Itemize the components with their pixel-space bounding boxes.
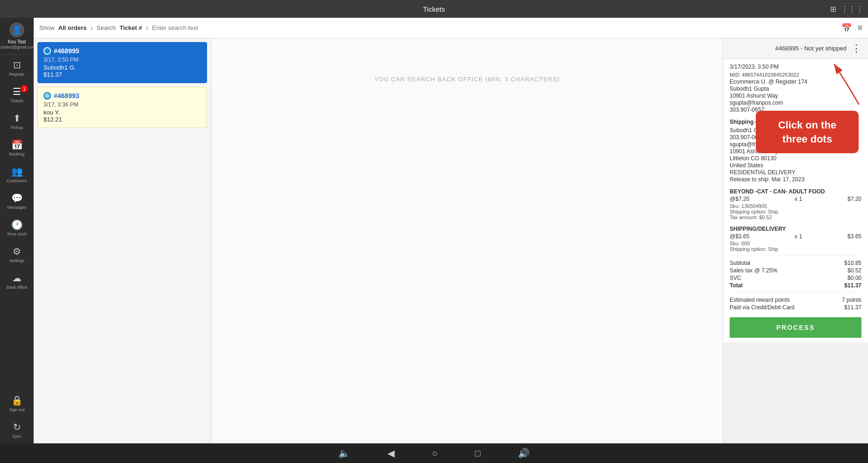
sidebar-user: 👤 Kou Test Koutest@gmail.com bbox=[0, 18, 34, 55]
detail-channel: Ecommerce U. @ Register 174 bbox=[730, 78, 861, 85]
detail-panel: 3/17/2023, 3:50 PM MID: 4865744101064525… bbox=[723, 59, 868, 342]
shipping-title: Shipping details: bbox=[730, 119, 861, 125]
tax-label: Sales tax @ 7.25% bbox=[730, 267, 777, 274]
subtotal-value: $10.85 bbox=[844, 260, 861, 266]
sidebar-item-register[interactable]: ⊡ Register bbox=[0, 55, 34, 81]
subtotal-label: Subtotal bbox=[730, 260, 750, 266]
sidebar-item-sync[interactable]: ↻ Sync bbox=[0, 417, 34, 443]
user-name: Kou Test bbox=[8, 39, 26, 45]
home-button[interactable]: ○ bbox=[432, 448, 438, 459]
product1-total: $7.20 bbox=[847, 196, 861, 202]
sidebar-item-booking[interactable]: 📅 Booking bbox=[0, 135, 34, 161]
three-dots-button[interactable]: ⋮ bbox=[851, 43, 861, 55]
sidebar-item-label: Tickets bbox=[10, 99, 23, 103]
sidebar-item-tickets[interactable]: ☰ Tickets 1 bbox=[0, 81, 34, 108]
content-row: 🌐 #468995 3/17, 3:50 PM Subodh1 G. $11.3… bbox=[34, 38, 868, 443]
signout-icon: 🔒 bbox=[11, 395, 23, 406]
filter-bar: Show All orders › Search Ticket # › 📅 ≡ bbox=[34, 18, 868, 38]
product2-total: $3.65 bbox=[847, 233, 861, 240]
order-number: #468995 bbox=[54, 47, 79, 55]
sidebar-item-customers[interactable]: 👥 Customers bbox=[0, 161, 34, 188]
sidebar-item-label: Settings bbox=[9, 258, 25, 263]
ship-phone: 303.907-0657 bbox=[730, 134, 861, 141]
grid-icon[interactable]: ⊞ bbox=[830, 5, 836, 14]
ship-city: Littleton CO 80130 bbox=[730, 155, 861, 162]
messages-icon: 💬 bbox=[11, 192, 23, 204]
detail-email: sgupta@franpos.com bbox=[730, 100, 861, 106]
app-title: Tickets bbox=[423, 5, 445, 13]
search-label: Search bbox=[97, 24, 116, 31]
order-time: 3/17, 3:50 PM bbox=[43, 57, 201, 63]
main-layout: 👤 Kou Test Koutest@gmail.com ⊡ Register … bbox=[0, 18, 868, 443]
svc-value: $0.00 bbox=[847, 275, 861, 281]
order-card-468995[interactable]: 🌐 #468995 3/17, 3:50 PM Subodh1 G. $11.3… bbox=[37, 42, 207, 83]
detail-mid: MID: 48657441010645253022 bbox=[730, 72, 861, 78]
search-by-label[interactable]: Ticket # bbox=[120, 24, 142, 31]
order-amount: $12.21 bbox=[43, 116, 201, 123]
tickets-badge: 1 bbox=[21, 85, 28, 93]
middle-panel: YOU CAN SEARCH BACK OFFICE (MIN. 3 CHARA… bbox=[211, 38, 723, 443]
detail-phone: 303.907-0657 bbox=[730, 107, 861, 113]
settings-icon: ⚙ bbox=[13, 246, 21, 257]
sidebar-item-messages[interactable]: 💬 Messages bbox=[0, 188, 34, 214]
product1-qty: x 1 bbox=[795, 196, 802, 202]
ship-name: Subodh1 Gupta bbox=[730, 127, 861, 134]
subtotal-row: Subtotal $10.85 bbox=[730, 260, 861, 266]
user-email: Koutest@gmail.com bbox=[0, 45, 36, 50]
product2-price: @$3.65 bbox=[730, 233, 749, 240]
product2-name: SHIPPING/DELIVERY bbox=[730, 226, 861, 232]
svc-row: SVC $0.00 bbox=[730, 275, 861, 281]
speaker-low-button[interactable]: 🔈 bbox=[338, 448, 350, 459]
sidebar-item-label: Sign out bbox=[9, 407, 24, 412]
product1-tax: Tax amount: $0.52 bbox=[730, 214, 861, 220]
sidebar-item-label: Register bbox=[9, 72, 25, 77]
chevron-right-icon: › bbox=[90, 24, 93, 32]
order-time: 3/17, 3:36 PM bbox=[43, 101, 201, 108]
content-area: Show All orders › Search Ticket # › 📅 ≡ … bbox=[34, 18, 868, 443]
sidebar-item-label: Customers bbox=[7, 178, 27, 183]
avatar: 👤 bbox=[9, 22, 24, 37]
sidebar-item-signout[interactable]: 🔒 Sign out bbox=[0, 390, 34, 417]
search-input[interactable] bbox=[152, 24, 838, 31]
total-label: Total bbox=[730, 282, 743, 289]
show-label: Show bbox=[39, 24, 55, 31]
sidebar-item-label: Sync bbox=[12, 434, 22, 439]
total-value: $11.37 bbox=[844, 282, 861, 289]
right-panel-wrapper: #468995 - Not yet shipped ⋮ 3/17/2023, 3… bbox=[723, 38, 868, 443]
detail-address: 10901 Ashurst Way bbox=[730, 93, 861, 99]
sidebar-item-label: Pickup bbox=[10, 125, 23, 130]
top-bar-icons: ⊞ ⋮⋮⋮ bbox=[830, 5, 863, 14]
sidebar-item-backoffice[interactable]: ☁ Back office bbox=[0, 268, 34, 294]
product2-sku: Sku: 000 bbox=[730, 241, 861, 246]
apps-icon[interactable]: ⋮⋮⋮ bbox=[841, 5, 863, 14]
sidebar-item-settings[interactable]: ⚙ Settings bbox=[0, 241, 34, 268]
sidebar-item-timeclock[interactable]: 🕐 Time clock bbox=[0, 214, 34, 241]
register-icon: ⊡ bbox=[13, 59, 21, 71]
search-hint: YOU CAN SEARCH BACK OFFICE (MIN. 3 CHARA… bbox=[374, 76, 560, 83]
reward-label: Estimated reward points bbox=[730, 297, 790, 303]
order-card-header: 🌐 #468995 bbox=[43, 47, 201, 55]
tax-value: $0.52 bbox=[847, 267, 861, 274]
order-card-468993[interactable]: 🌐 #468993 3/17, 3:36 PM kou Y. $12.21 bbox=[37, 87, 207, 128]
ship-email: sgupta@franpos.com bbox=[730, 141, 861, 148]
timeclock-icon: 🕐 bbox=[11, 219, 23, 230]
process-button[interactable]: PROCESS bbox=[730, 317, 861, 338]
sync-icon: ↻ bbox=[13, 421, 21, 433]
back-button[interactable]: ◀ bbox=[387, 448, 395, 459]
speaker-high-button[interactable]: 🔊 bbox=[518, 448, 530, 459]
all-orders-link[interactable]: All orders bbox=[58, 24, 87, 31]
sidebar-item-label: Booking bbox=[9, 152, 25, 157]
product1-name: BEYOND -CAT - CAN- ADULT FOOD bbox=[730, 188, 861, 195]
order-customer: Subodh1 G. bbox=[43, 64, 201, 71]
ship-country: United States bbox=[730, 162, 861, 169]
order-customer: kou Y. bbox=[43, 109, 201, 116]
reward-value: 7 points bbox=[842, 297, 861, 303]
backoffice-icon: ☁ bbox=[12, 272, 22, 284]
calendar-icon[interactable]: 📅 bbox=[841, 23, 852, 33]
order-detail-title: #468995 - Not yet shipped bbox=[730, 45, 846, 52]
filter-icon[interactable]: ≡ bbox=[857, 23, 862, 33]
recents-button[interactable]: □ bbox=[475, 448, 481, 459]
sidebar-item-pickup[interactable]: ⬆ Pickup bbox=[0, 108, 34, 135]
chevron-right-icon2: › bbox=[146, 24, 148, 32]
product2-ship: Shipping option: Ship bbox=[730, 246, 861, 252]
